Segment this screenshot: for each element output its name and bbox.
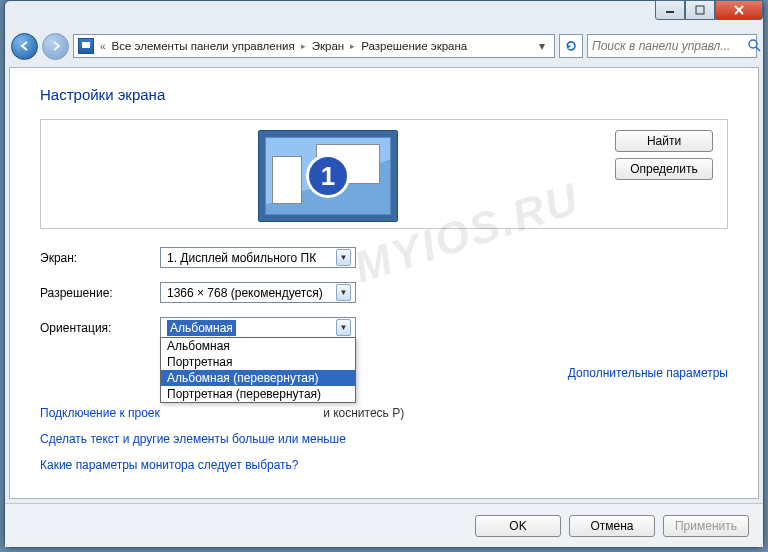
projector-hint: и коснитесь P) (323, 406, 404, 420)
orientation-option-1[interactable]: Портретная (161, 354, 355, 370)
breadcrumb-sep-icon: ▸ (301, 41, 306, 51)
orientation-row: Ориентация: Альбомная ▼ Альбомная Портре… (40, 317, 728, 338)
control-panel-window: « Все элементы панели управления ▸ Экран… (4, 0, 764, 548)
orientation-option-2[interactable]: Альбомная (перевернутая) (161, 370, 355, 386)
orientation-label: Ориентация: (40, 321, 160, 335)
breadcrumb-1[interactable]: Все элементы панели управления (112, 40, 295, 52)
breadcrumb-2[interactable]: Экран (312, 40, 344, 52)
chevron-down-icon: ▼ (336, 249, 351, 266)
orientation-value: Альбомная (167, 320, 236, 336)
breadcrumb-sep-icon: ▸ (350, 41, 355, 51)
orientation-option-0[interactable]: Альбомная (161, 338, 355, 354)
screen-combo[interactable]: 1. Дисплей мобильного ПК ▼ (160, 247, 356, 268)
svg-rect-4 (82, 42, 90, 48)
screen-label: Экран: (40, 251, 160, 265)
advanced-settings-link[interactable]: Дополнительные параметры (568, 366, 728, 380)
svg-line-6 (756, 47, 760, 51)
projector-link[interactable]: Подключение к проек (40, 406, 160, 420)
window-controls (655, 0, 763, 20)
chevron-down-icon: ▼ (336, 319, 351, 336)
identify-button[interactable]: Определить (615, 158, 713, 180)
search-input[interactable] (592, 39, 743, 53)
breadcrumb-prefix: « (100, 41, 106, 52)
content-area: MYIOS.RU Настройки экрана 1 Найти Опреде… (9, 67, 759, 499)
monitor-thumbnail[interactable]: 1 (258, 130, 398, 222)
apply-button[interactable]: Применить (663, 515, 749, 537)
orientation-combo[interactable]: Альбомная ▼ Альбомная Портретная Альбомн… (160, 317, 356, 338)
svg-rect-1 (696, 6, 704, 14)
find-button[interactable]: Найти (615, 130, 713, 152)
screen-value: 1. Дисплей мобильного ПК (167, 251, 316, 265)
breadcrumb-3[interactable]: Разрешение экрана (361, 40, 467, 52)
cancel-button[interactable]: Отмена (569, 515, 655, 537)
page-title: Настройки экрана (40, 86, 728, 103)
navigation-bar: « Все элементы панели управления ▸ Экран… (5, 29, 763, 63)
orientation-dropdown: Альбомная Портретная Альбомная (переверн… (160, 337, 356, 403)
svg-point-5 (749, 40, 757, 48)
address-bar[interactable]: « Все элементы панели управления ▸ Экран… (73, 34, 555, 58)
back-button[interactable] (11, 33, 38, 60)
search-box[interactable] (587, 34, 757, 58)
display-preview-box: 1 Найти Определить (40, 119, 728, 229)
ok-button[interactable]: OK (475, 515, 561, 537)
resolution-row: Разрешение: 1366 × 768 (рекомендуется) ▼ (40, 282, 728, 303)
address-dropdown-icon[interactable]: ▾ (534, 35, 550, 57)
projector-link-row: Подключение к проек и коснитесь P) (40, 406, 728, 420)
preview-center: 1 (55, 130, 601, 218)
text-size-link[interactable]: Сделать текст и другие элементы больше и… (40, 432, 728, 446)
close-button[interactable] (715, 0, 763, 20)
which-settings-link[interactable]: Какие параметры монитора следует выбрать… (40, 458, 728, 472)
screen-row: Экран: 1. Дисплей мобильного ПК ▼ (40, 247, 728, 268)
refresh-button[interactable] (559, 34, 583, 58)
control-panel-icon (78, 38, 94, 54)
resolution-combo[interactable]: 1366 × 768 (рекомендуется) ▼ (160, 282, 356, 303)
preview-buttons: Найти Определить (615, 130, 713, 218)
maximize-button[interactable] (685, 0, 715, 20)
chevron-down-icon: ▼ (336, 284, 351, 301)
orientation-option-3[interactable]: Портретная (перевернутая) (161, 386, 355, 402)
resolution-label: Разрешение: (40, 286, 160, 300)
monitor-number: 1 (306, 154, 350, 198)
dialog-footer: OK Отмена Применить (5, 503, 763, 547)
forward-button[interactable] (42, 33, 69, 60)
minimize-button[interactable] (655, 0, 685, 20)
resolution-value: 1366 × 768 (рекомендуется) (167, 286, 323, 300)
search-icon[interactable] (747, 38, 761, 55)
